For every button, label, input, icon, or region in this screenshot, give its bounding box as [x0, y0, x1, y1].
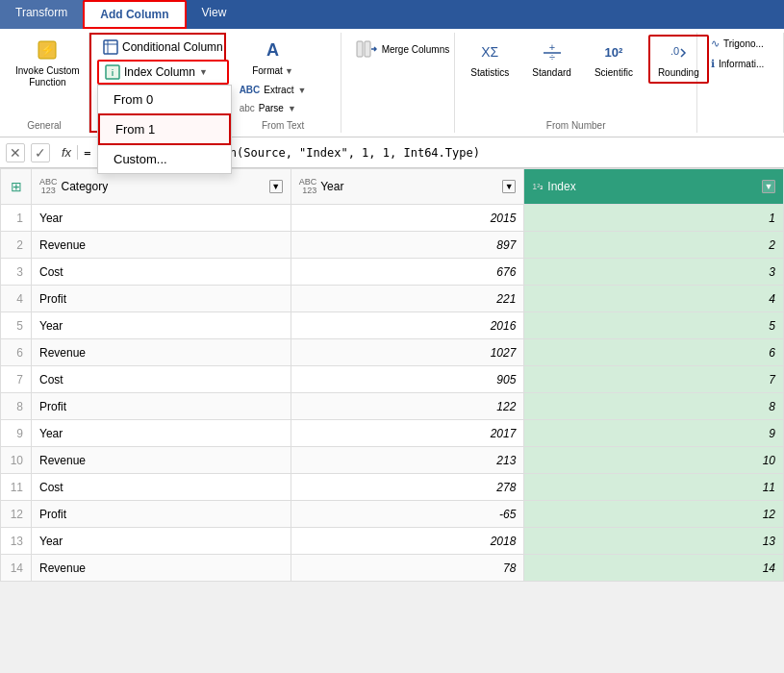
group-add-column: Conditional Column i Index Column ▼ — [89, 33, 226, 133]
row-num: 1 — [1, 205, 32, 232]
category-filter-button[interactable]: ▼ — [269, 180, 283, 193]
invoke-custom-function-button[interactable]: ⚡ Invoke CustomFunction — [8, 35, 88, 92]
cell-category: Profit — [32, 393, 291, 420]
row-num: 10 — [1, 447, 32, 474]
cell-category: Year — [32, 420, 291, 447]
table-row: 2 Revenue 897 2 — [1, 232, 784, 259]
cell-year: 2017 — [291, 420, 524, 447]
cell-year: 897 — [291, 232, 524, 259]
table-row: 12 Profit -65 12 — [1, 501, 784, 528]
cell-year: 905 — [291, 366, 524, 393]
extract-button[interactable]: ABC Extract ▼ — [234, 82, 313, 98]
merge-columns-button[interactable]: Merge Columns — [349, 35, 456, 63]
rounding-label: Rounding — [658, 67, 699, 78]
table-row: 14 Revenue 78 14 — [1, 555, 784, 582]
cell-index: 1 — [524, 205, 784, 232]
cell-category: Cost — [32, 259, 291, 286]
row-num: 12 — [1, 501, 32, 528]
col-header-category: ABC123 Category ▼ — [32, 169, 291, 205]
from-1-option[interactable]: From 1 — [98, 113, 231, 145]
formula-fx-label: fx — [56, 145, 78, 160]
cell-year: -65 — [291, 501, 524, 528]
table-corner: ⊞ — [1, 169, 32, 205]
data-table: ⊞ ABC123 Category ▼ ABC123 — [0, 168, 784, 582]
row-num: 4 — [1, 286, 32, 312]
cell-index: 2 — [524, 232, 784, 259]
ribbon-tab-bar: Transform Add Column View — [0, 0, 784, 29]
rounding-icon: .0 — [667, 40, 690, 63]
standard-label: Standard — [532, 67, 571, 78]
year-filter-button[interactable]: ▼ — [502, 180, 516, 193]
cell-index: 12 — [524, 501, 784, 528]
row-num: 9 — [1, 420, 32, 447]
group-from-text: A Format ▼ ABC Extract ▼ abc — [226, 33, 341, 133]
invoke-icon: ⚡ — [36, 38, 59, 62]
information-button[interactable]: ℹ Informati... — [705, 55, 770, 73]
cell-category: Cost — [32, 474, 291, 501]
cell-category: Revenue — [32, 555, 291, 582]
table-row: 9 Year 2017 9 — [1, 420, 784, 447]
extract-label: Extract — [264, 85, 293, 95]
statistics-label: Statistics — [470, 67, 509, 78]
svg-text:÷: ÷ — [549, 51, 555, 62]
cell-year: 213 — [291, 447, 524, 474]
index-filter-button[interactable]: ▼ — [762, 180, 775, 193]
cell-index: 13 — [524, 528, 784, 555]
group-trig: ∿ Trigono... ℹ Informati... — [697, 33, 784, 133]
from-text-label: From Text — [234, 116, 333, 131]
index-column-dropdown: From 0 From 1 Custom... — [97, 85, 232, 174]
cell-category: Revenue — [32, 447, 291, 474]
formula-accept-button[interactable]: ✓ — [31, 143, 50, 162]
conditional-column-button[interactable]: Conditional Column — [97, 37, 229, 58]
group-general: ⚡ Invoke CustomFunction General — [0, 33, 89, 133]
cell-year: 2018 — [291, 528, 524, 555]
tab-transform[interactable]: Transform — [0, 0, 83, 29]
standard-icon: + ÷ — [541, 40, 564, 63]
from-0-option[interactable]: From 0 — [98, 86, 231, 113]
custom-option[interactable]: Custom... — [98, 145, 231, 173]
cell-index: 8 — [524, 393, 784, 420]
cell-category: Profit — [32, 286, 291, 312]
merge-columns-label: Merge Columns — [382, 44, 450, 55]
info-icon: ℹ — [711, 58, 715, 70]
extract-caret: ▼ — [297, 86, 306, 95]
svg-text:.0: .0 — [670, 45, 679, 57]
category-type-icon: ABC123 — [39, 178, 58, 195]
year-type-icon: ABC123 — [299, 178, 317, 195]
from-number-label: From Number — [463, 116, 689, 131]
cell-category: Revenue — [32, 339, 291, 366]
row-num: 7 — [1, 366, 32, 393]
index-column-container: i Index Column ▼ From 0 From 1 Custom... — [97, 60, 229, 85]
index-col-icon: i — [105, 64, 120, 80]
year-col-name: Year — [320, 180, 343, 193]
svg-rect-2 — [104, 40, 117, 54]
table-row: 5 Year 2016 5 — [1, 312, 784, 339]
scientific-button[interactable]: 10² Scientific — [587, 37, 641, 82]
row-num: 6 — [1, 339, 32, 366]
row-num: 14 — [1, 555, 32, 582]
cell-category: Year — [32, 312, 291, 339]
group-general-label: General — [8, 116, 81, 131]
statistics-button[interactable]: XΣ Statistics — [463, 37, 517, 82]
table-row: 1 Year 2015 1 — [1, 205, 784, 232]
formula-cancel-button[interactable]: ✕ — [6, 143, 25, 162]
row-num: 5 — [1, 312, 32, 339]
format-button[interactable]: A Format ▼ — [234, 35, 313, 80]
cell-year: 2016 — [291, 312, 524, 339]
format-label: Format — [252, 65, 283, 76]
index-column-button[interactable]: i Index Column ▼ — [97, 60, 229, 85]
svg-rect-7 — [357, 41, 363, 57]
table-corner-icon: ⊞ — [11, 179, 22, 194]
standard-button[interactable]: + ÷ Standard — [524, 37, 579, 82]
cell-year: 676 — [291, 259, 524, 286]
tab-add-column[interactable]: Add Column — [83, 0, 186, 29]
scientific-label: Scientific — [594, 67, 633, 78]
cell-category: Cost — [32, 366, 291, 393]
col-header-index: 1²₃ Index ▼ — [524, 169, 784, 205]
ribbon: Transform Add Column View ⚡ Invoke Custo… — [0, 0, 784, 137]
parse-button[interactable]: abc Parse ▼ — [234, 100, 302, 116]
trigonometry-button[interactable]: ∿ Trigono... — [705, 35, 770, 53]
tab-view[interactable]: View — [187, 0, 242, 29]
information-label: Informati... — [719, 59, 764, 69]
cell-index: 5 — [524, 312, 784, 339]
